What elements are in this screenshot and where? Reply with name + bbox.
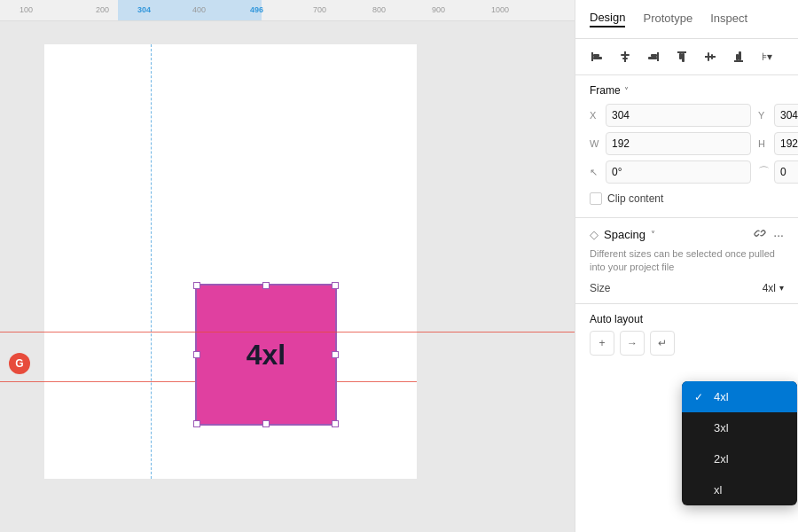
ruler-tick: 304 bbox=[137, 5, 151, 14]
spacing-more-btn[interactable]: ··· bbox=[773, 228, 784, 242]
spacing-section: ◇ Spacing ˅ ··· Different sizes can be s… bbox=[575, 218, 798, 304]
handle-tm[interactable] bbox=[262, 282, 270, 289]
svg-rect-13 bbox=[708, 52, 709, 61]
align-center-h-btn[interactable] bbox=[614, 46, 636, 67]
y-input[interactable] bbox=[774, 104, 798, 127]
svg-rect-3 bbox=[624, 51, 626, 62]
svg-rect-11 bbox=[682, 53, 685, 62]
ruler-tick: 100 bbox=[20, 5, 33, 14]
al-icon-3[interactable]: ↵ bbox=[650, 331, 675, 356]
ruler-tick: 200 bbox=[96, 5, 109, 14]
handle-tl[interactable] bbox=[193, 282, 200, 289]
al-icon-2[interactable]: → bbox=[620, 331, 645, 356]
spacing-description: Different sizes can be selected once pul… bbox=[590, 247, 784, 275]
align-bottom-btn[interactable] bbox=[728, 46, 749, 67]
align-middle-btn[interactable] bbox=[700, 46, 721, 67]
tab-prototype[interactable]: Prototype bbox=[643, 12, 692, 27]
handle-rm[interactable] bbox=[332, 351, 339, 358]
ruler-tick: 700 bbox=[313, 5, 326, 14]
ruler-tick: 900 bbox=[432, 5, 445, 14]
spacing-title: Spacing bbox=[604, 228, 645, 241]
svg-rect-6 bbox=[657, 52, 659, 61]
dropdown-item-xl[interactable]: xl bbox=[682, 474, 797, 505]
ruler-tick: 400 bbox=[192, 5, 206, 14]
frame-title: Frame bbox=[590, 84, 621, 97]
svg-rect-0 bbox=[591, 52, 593, 61]
dropdown-item-4xl[interactable]: ✓ 4xl bbox=[682, 381, 797, 412]
w-label: W bbox=[590, 138, 602, 149]
ruler-tick: 496 bbox=[250, 5, 263, 14]
check-icon: ✓ bbox=[694, 391, 707, 403]
handle-br[interactable] bbox=[332, 420, 339, 427]
x-input[interactable] bbox=[606, 104, 751, 127]
svg-rect-10 bbox=[679, 53, 682, 59]
svg-rect-2 bbox=[593, 57, 602, 59]
svg-rect-5 bbox=[622, 58, 628, 59]
handle-bm[interactable] bbox=[262, 420, 270, 427]
size-row: Size 4xl ▾ bbox=[590, 282, 784, 294]
auto-layout-title: Auto layout bbox=[590, 313, 784, 325]
align-right-btn[interactable] bbox=[643, 46, 664, 67]
artboard: 4xl bbox=[44, 44, 417, 479]
auto-layout-section: Auto layout + → ↵ bbox=[575, 304, 798, 364]
rot-label: ↖ bbox=[590, 167, 602, 178]
svg-rect-1 bbox=[593, 54, 599, 57]
dropdown-item-2xl[interactable]: 2xl bbox=[682, 443, 797, 474]
rotation-input[interactable] bbox=[606, 160, 751, 184]
svg-rect-12 bbox=[705, 56, 716, 58]
corner-label: ⌒ bbox=[758, 164, 771, 180]
clip-content-row: Clip content bbox=[590, 189, 784, 208]
ruler-tick: 1000 bbox=[491, 5, 509, 14]
svg-rect-8 bbox=[648, 57, 657, 59]
clip-checkbox[interactable] bbox=[590, 192, 602, 205]
frame-chevron: ˅ bbox=[624, 86, 629, 96]
svg-rect-7 bbox=[651, 54, 657, 57]
al-icon-1[interactable]: + bbox=[590, 331, 614, 356]
element-label: 4xl bbox=[246, 339, 286, 372]
size-chevron: ▾ bbox=[779, 283, 784, 293]
size-label: Size bbox=[590, 282, 610, 294]
frame-section: Frame ˅ X Y W H ↖ bbox=[575, 75, 798, 218]
h-input[interactable] bbox=[774, 132, 798, 155]
align-left-btn[interactable] bbox=[586, 46, 607, 67]
align-more-btn[interactable]: ⊧▾ bbox=[756, 46, 778, 67]
panel-tabs: Design Prototype Inspect bbox=[575, 0, 798, 39]
clip-label: Clip content bbox=[607, 192, 663, 205]
ruler-tick: 800 bbox=[372, 5, 386, 14]
canvas: 100 200 304 400 496 700 800 900 1000 4xl bbox=[0, 0, 575, 532]
svg-rect-9 bbox=[677, 51, 686, 53]
dropdown-item-3xl[interactable]: 3xl bbox=[682, 412, 797, 443]
g-badge: G bbox=[9, 353, 30, 374]
size-value[interactable]: 4xl ▾ bbox=[763, 282, 784, 294]
h-label: H bbox=[758, 138, 771, 149]
size-dropdown[interactable]: ✓ 4xl 3xl 2xl xl bbox=[682, 381, 797, 505]
diamond-icon: ◇ bbox=[590, 228, 598, 241]
svg-rect-14 bbox=[711, 54, 713, 59]
handle-bl[interactable] bbox=[193, 420, 200, 427]
ruler: 100 200 304 400 496 700 800 900 1000 bbox=[0, 0, 575, 21]
svg-rect-4 bbox=[621, 54, 630, 56]
handle-lm[interactable] bbox=[193, 351, 200, 358]
spacing-chevron[interactable]: ˅ bbox=[651, 230, 655, 239]
w-input[interactable] bbox=[606, 132, 751, 155]
spacing-link-btn[interactable] bbox=[754, 227, 766, 242]
tab-design[interactable]: Design bbox=[590, 11, 625, 27]
vertical-guide bbox=[151, 44, 152, 479]
corner-input[interactable] bbox=[774, 160, 798, 184]
y-label: Y bbox=[758, 110, 771, 121]
svg-rect-17 bbox=[739, 51, 741, 60]
canvas-guide-h bbox=[0, 332, 575, 332]
align-toolbar: ⊧▾ bbox=[575, 39, 798, 75]
handle-tr[interactable] bbox=[332, 282, 339, 289]
svg-rect-16 bbox=[736, 54, 739, 60]
align-top-btn[interactable] bbox=[671, 46, 692, 67]
tab-inspect[interactable]: Inspect bbox=[710, 12, 747, 27]
svg-rect-15 bbox=[734, 60, 743, 62]
auto-layout-icons: + → ↵ bbox=[590, 331, 784, 356]
selected-element[interactable]: 4xl bbox=[195, 284, 337, 426]
x-label: X bbox=[590, 110, 602, 121]
right-panel: Design Prototype Inspect ⊧▾ bbox=[575, 0, 798, 532]
